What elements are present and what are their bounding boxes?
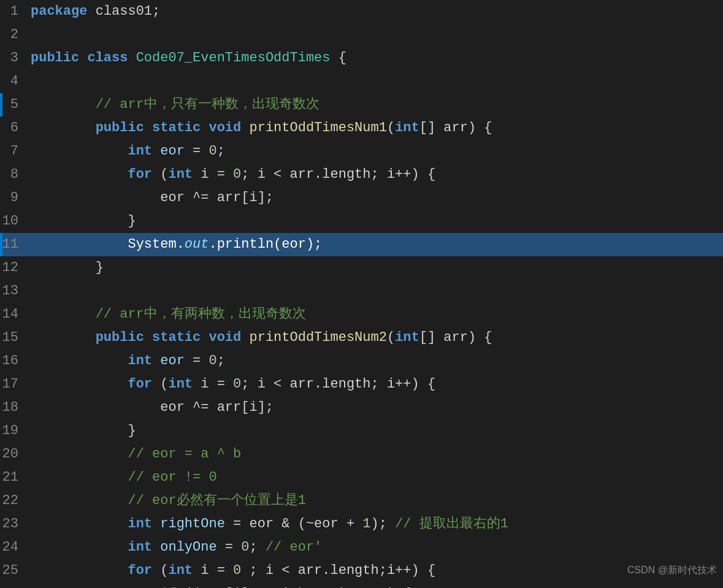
line-number: 5	[0, 93, 31, 116]
line-number: 19	[0, 419, 31, 443]
line-number: 8	[0, 163, 31, 186]
line-number: 18	[0, 396, 31, 419]
code-line-18: 18 eor ^= arr[i];	[0, 396, 723, 419]
line-number: 9	[0, 186, 31, 210]
line-number: 1	[0, 0, 31, 23]
line-content: public static void printOddTimesNum2(int…	[31, 326, 723, 349]
code-line-20: 20 // eor = a ^ b	[0, 443, 723, 466]
code-line-11: 11 System.out.println(eor);	[0, 233, 723, 256]
code-line-26: 26 if ((arr[i] & rightOne) != 0) {	[0, 582, 723, 588]
code-line-7: 7 int eor = 0;	[0, 140, 723, 163]
code-line-10: 10 }	[0, 210, 723, 233]
line-number: 6	[0, 116, 31, 140]
line-number: 23	[0, 513, 31, 536]
line-content: public class Code07_EvenTimesOddTimes {	[31, 47, 723, 70]
line-content: int rightOne = eor & (~eor + 1); // 提取出最…	[31, 513, 723, 536]
code-line-9: 9 eor ^= arr[i];	[0, 186, 723, 210]
code-line-24: 24 int onlyOne = 0; // eor'	[0, 536, 723, 559]
line-number: 25	[0, 559, 31, 582]
code-line-17: 17 for (int i = 0; i < arr.length; i++) …	[0, 373, 723, 396]
line-number: 13	[0, 280, 31, 303]
line-content: if ((arr[i] & rightOne) != 0) {	[31, 582, 723, 588]
line-content: // eor = a ^ b	[31, 443, 723, 466]
line-content: package class01;	[31, 0, 723, 23]
watermark: CSDN @新时代技术	[627, 559, 717, 582]
code-line-8: 8 for (int i = 0; i < arr.length; i++) {	[0, 163, 723, 186]
code-line-22: 22 // eor必然有一个位置上是1	[0, 489, 723, 513]
line-number: 15	[0, 326, 31, 349]
line-content: // eor != 0	[31, 466, 723, 489]
line-content: // arr中，有两种数，出现奇数次	[31, 303, 723, 326]
line-number: 11	[0, 233, 31, 256]
code-line-13: 13	[0, 280, 723, 303]
code-line-3: 3public class Code07_EvenTimesOddTimes {	[0, 47, 723, 70]
line-number: 16	[0, 349, 31, 373]
code-line-12: 12 }	[0, 256, 723, 280]
line-content: // eor必然有一个位置上是1	[31, 489, 723, 513]
code-line-4: 4	[0, 70, 723, 93]
line-content: int eor = 0;	[31, 349, 723, 373]
line-content: eor ^= arr[i];	[31, 186, 723, 210]
line-content: for (int i = 0 ; i < arr.length;i++) {	[31, 559, 723, 582]
line-number: 10	[0, 210, 31, 233]
line-number: 20	[0, 443, 31, 466]
code-line-5: 5 // arr中，只有一种数，出现奇数次	[0, 93, 723, 116]
line-number: 12	[0, 256, 31, 280]
code-line-2: 2	[0, 23, 723, 47]
left-bar	[0, 93, 2, 116]
code-line-15: 15 public static void printOddTimesNum2(…	[0, 326, 723, 349]
line-number: 2	[0, 23, 31, 47]
line-number: 21	[0, 466, 31, 489]
line-number: 14	[0, 303, 31, 326]
line-content: for (int i = 0; i < arr.length; i++) {	[31, 373, 723, 396]
code-line-14: 14 // arr中，有两种数，出现奇数次	[0, 303, 723, 326]
line-number: 7	[0, 140, 31, 163]
line-number: 22	[0, 489, 31, 513]
line-number: 17	[0, 373, 31, 396]
line-content: }	[31, 256, 723, 280]
line-content: int eor = 0;	[31, 140, 723, 163]
line-content: public static void printOddTimesNum1(int…	[31, 116, 723, 140]
line-content: }	[31, 210, 723, 233]
line-content: // arr中，只有一种数，出现奇数次	[31, 93, 723, 116]
line-number: 26	[0, 582, 31, 588]
line-content: System.out.println(eor);	[31, 233, 723, 256]
left-bar	[0, 233, 2, 256]
line-number: 24	[0, 536, 31, 559]
code-container: 1package class01;23public class Code07_E…	[0, 0, 723, 588]
line-content: for (int i = 0; i < arr.length; i++) {	[31, 163, 723, 186]
code-line-23: 23 int rightOne = eor & (~eor + 1); // 提…	[0, 513, 723, 536]
line-content: }	[31, 419, 723, 443]
line-content: eor ^= arr[i];	[31, 396, 723, 419]
line-content: int onlyOne = 0; // eor'	[31, 536, 723, 559]
line-number: 3	[0, 47, 31, 70]
code-line-16: 16 int eor = 0;	[0, 349, 723, 373]
code-line-6: 6 public static void printOddTimesNum1(i…	[0, 116, 723, 140]
code-line-25: 25 for (int i = 0 ; i < arr.length;i++) …	[0, 559, 723, 582]
code-line-19: 19 }	[0, 419, 723, 443]
code-line-1: 1package class01;	[0, 0, 723, 23]
line-number: 4	[0, 70, 31, 93]
code-line-21: 21 // eor != 0	[0, 466, 723, 489]
